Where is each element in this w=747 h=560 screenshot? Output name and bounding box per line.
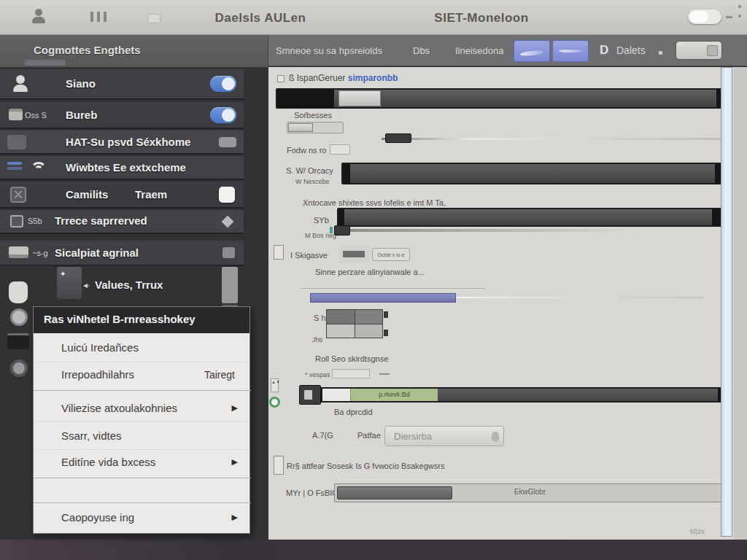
vespas-label: * vespas [305, 371, 330, 378]
sidebar-item-wireless[interactable]: Wiwbtes Ee extxcheme [0, 156, 244, 180]
bureb-toggle[interactable] [210, 107, 236, 123]
menu-item-label: Irrepoadhilahrs [61, 368, 134, 381]
thin-slider[interactable] [382, 138, 728, 140]
fodw-label: Fodw ns ro [287, 146, 326, 155]
skigasve-label: I Skigasve [290, 251, 328, 260]
fodw-box[interactable] [330, 144, 350, 155]
myr-label: MYr | O FsBIC [286, 489, 338, 497]
swirl-icon[interactable] [10, 359, 28, 377]
vespas-field[interactable] [332, 369, 370, 378]
purple-progress-track [456, 297, 704, 298]
group1-checkbox[interactable] [277, 75, 285, 82]
status-dot-icon [738, 15, 741, 18]
grid-buttons[interactable] [326, 309, 383, 338]
status-dot-icon [738, 5, 741, 8]
sidebar-item-label: Bureb [66, 109, 97, 121]
sidebar-item-sicalpiat[interactable]: ~s-g Sicalpiat agrinal [0, 241, 244, 266]
panel-icon [7, 135, 26, 149]
clipper-icon[interactable] [7, 333, 29, 349]
bottom-bar [0, 540, 747, 560]
toolbar-item-3[interactable]: Ilneisedona [455, 45, 504, 56]
wifi-icon [31, 162, 50, 173]
patfae-dropdown[interactable]: Diersirba [384, 426, 504, 446]
grid-cell[interactable] [327, 310, 355, 324]
menu-item-editine[interactable]: Editíne vida bxcess ▶ [34, 450, 249, 476]
nescebe-label: W Nescebe [295, 178, 330, 185]
sidebar-item-label: Siano [66, 77, 96, 90]
sidebar-item-label-2: Traem [135, 188, 167, 201]
grid-cell[interactable] [327, 324, 355, 338]
group1-link[interactable]: simparonbb [348, 73, 398, 83]
stepper-icon[interactable]: ▲▼ [271, 378, 279, 392]
slider-1[interactable] [276, 88, 728, 109]
rr-checkbox[interactable] [274, 456, 284, 475]
blob-icon[interactable] [9, 281, 28, 303]
grid-cell[interactable] [355, 310, 383, 324]
view-mode-button-1[interactable] [514, 40, 550, 62]
green-slider-handle[interactable] [299, 385, 321, 405]
menu-item-label: Luicú Iredañces [61, 341, 139, 354]
margin-checkbox[interactable] [274, 245, 284, 260]
menubar-toggle[interactable] [688, 9, 721, 24]
camilits-checkbox[interactable] [219, 187, 235, 203]
sidebar-item-bureb[interactable]: Oss S Bureb [0, 102, 244, 129]
siano-toggle[interactable] [210, 76, 236, 92]
toolbar-item-1[interactable]: Smneoe su sa hpsreiolds [276, 45, 382, 56]
roll-label: Roll Seo skirdtsgnse [315, 354, 388, 363]
slider-1-handle[interactable] [338, 90, 381, 106]
menu-item-luicu[interactable]: Luicú Iredañces [34, 333, 249, 362]
menu-item-ssarr[interactable]: Ssarr, vidtes [34, 422, 249, 450]
grid-cell[interactable] [355, 324, 383, 338]
sidebar-item-siano[interactable]: Siano [0, 69, 244, 100]
sidebar-item-label: Trrece saprrerved [55, 214, 147, 227]
green-slider-white-seg [322, 389, 350, 401]
user-icon[interactable] [32, 9, 45, 23]
mbos-slider[interactable] [337, 229, 643, 232]
menu-item-irrepo[interactable]: Irrepoadhilahrs Tairegt [34, 362, 249, 389]
dalets-dropdown[interactable]: Dalets [616, 44, 646, 56]
submenu-arrow-icon: ▶ [232, 457, 238, 467]
menu-item-viliezise[interactable]: Viliezise atxoulakohnies ▶ [34, 393, 249, 422]
green-slider-track [438, 389, 718, 401]
vertical-scrollbar[interactable] [721, 67, 732, 537]
badge-icon [10, 215, 23, 228]
row-box[interactable] [222, 247, 235, 258]
slider-2[interactable] [341, 163, 728, 184]
green-slider[interactable]: p.rkevk:Bd [321, 387, 727, 402]
search-input[interactable] [676, 41, 722, 60]
sidebar-item-label: HAT-Su psvd Séxkhome [66, 136, 190, 148]
sidebar-item-prefix: S5b [28, 217, 42, 225]
sidebar-item-label: Sicalpiat agrinal [55, 246, 139, 259]
sinne-text: Sinne perzare alinyianwale a... [315, 268, 425, 276]
mini-slider[interactable] [287, 122, 344, 133]
mini-slider-handle[interactable] [288, 123, 313, 132]
d-icon[interactable]: D [600, 43, 608, 58]
main-panel: ß IspanGeruer simparonbb Soŕbesses Fodw … [268, 67, 747, 540]
sidebar-item-prefix: ~s-g [32, 249, 48, 257]
sidebar-item-hifi[interactable]: HAT-Su psvd Séxkhome [0, 131, 244, 155]
signal-bars-icon [7, 162, 22, 170]
sidebar-scroll-handle[interactable] [222, 267, 238, 303]
settings-window: Daelsls AULen SIET-Moneloon Cogmottes En… [0, 0, 747, 560]
bottom-progress-text: EkwGlobr [335, 488, 725, 496]
dropdown-stepper-icon[interactable] [492, 432, 499, 442]
slider-3[interactable] [337, 208, 722, 227]
menu-item-caopoyuse[interactable]: Caopoyuse ing ▶ [34, 502, 249, 533]
toolbar-item-2[interactable]: Dbs [413, 45, 430, 56]
sidebar-item-camilits[interactable]: ⤬ Camilits Traem [0, 182, 244, 209]
skigasve-image-button[interactable] [339, 246, 370, 263]
lock-icon[interactable] [147, 7, 160, 23]
menu-item-label: Caopoyuse ing [61, 511, 134, 524]
apps-icon[interactable] [90, 12, 107, 22]
mbos-slider-handle[interactable] [334, 225, 350, 236]
view-mode-button-2[interactable] [552, 40, 589, 62]
menubar: Daelsls AULen SIET-Moneloon [0, 0, 747, 35]
sidebar-item-trrece[interactable]: S5b Trrece saprrerved [0, 210, 244, 234]
menu-separator [34, 390, 251, 391]
green-status-icon [269, 397, 280, 408]
menubar-title-right: SIET-Moneloon [409, 11, 554, 26]
ring-icon[interactable] [10, 308, 28, 326]
ocide-button[interactable]: Ocide v io e [372, 248, 410, 261]
thin-slider-handle[interactable] [385, 133, 411, 143]
row-button[interactable] [219, 137, 236, 147]
